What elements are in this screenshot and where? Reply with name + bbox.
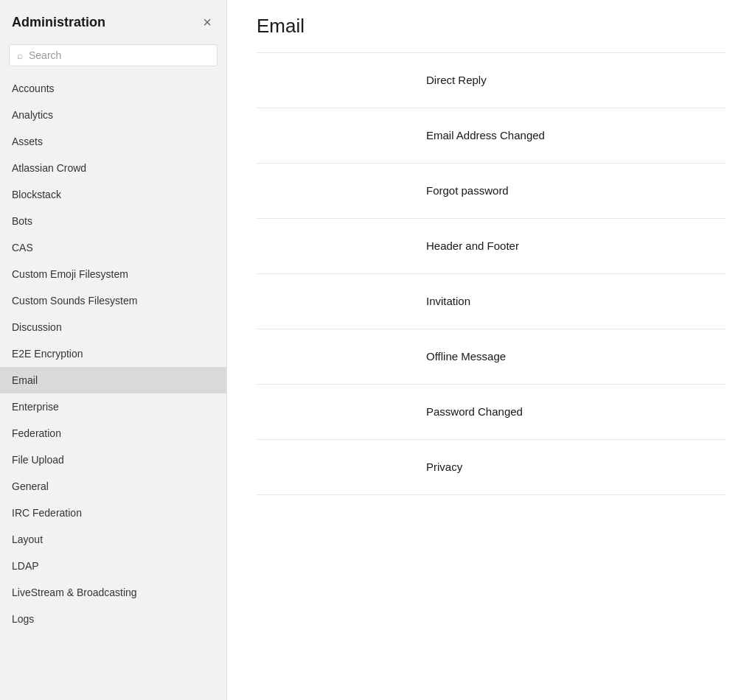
section-label-email-address-changed: Email Address Changed [426,129,545,141]
sidebar-item-bots[interactable]: Bots [0,208,226,234]
sidebar-item-email[interactable]: Email [0,367,226,393]
sidebar-item-irc-federation[interactable]: IRC Federation [0,500,226,526]
search-icon: ⌕ [17,49,23,61]
sidebar-title: Administration [12,15,105,30]
sidebar-item-enterprise[interactable]: Enterprise [0,393,226,420]
search-box: ⌕ [9,44,218,66]
sidebar-item-analytics[interactable]: Analytics [0,102,226,128]
sidebar-item-federation[interactable]: Federation [0,420,226,447]
close-button[interactable]: × [200,13,215,31]
section-item-invitation[interactable]: Invitation [257,273,726,329]
search-container: ⌕ [0,41,226,72]
sidebar-item-atlassian-crowd[interactable]: Atlassian Crowd [0,155,226,181]
section-label-invitation: Invitation [426,295,470,307]
section-label-privacy: Privacy [426,461,462,473]
section-label-forgot-password: Forgot password [426,184,509,197]
sidebar-item-livestream-broadcasting[interactable]: LiveStream & Broadcasting [0,579,226,606]
sidebar-item-logs[interactable]: Logs [0,606,226,632]
section-item-direct-reply[interactable]: Direct Reply [257,52,726,108]
page-title: Email [257,15,726,38]
sidebar: Administration × ⌕ AccountsAnalyticsAsse… [0,0,227,700]
sidebar-item-cas[interactable]: CAS [0,234,226,261]
sidebar-item-layout[interactable]: Layout [0,526,226,553]
search-input[interactable] [29,49,209,61]
section-label-offline-message: Offline Message [426,350,506,363]
sidebar-item-blockstack[interactable]: Blockstack [0,181,226,208]
sidebar-item-e2e-encryption[interactable]: E2E Encryption [0,340,226,367]
section-item-forgot-password[interactable]: Forgot password [257,163,726,218]
sidebar-item-file-upload[interactable]: File Upload [0,447,226,473]
section-label-header-and-footer: Header and Footer [426,239,519,252]
nav-list: AccountsAnalyticsAssetsAtlassian CrowdBl… [0,72,226,700]
sidebar-item-assets[interactable]: Assets [0,128,226,155]
section-item-offline-message[interactable]: Offline Message [257,329,726,384]
section-label-password-changed: Password Changed [426,405,523,418]
sidebar-item-custom-emoji-filesystem[interactable]: Custom Emoji Filesystem [0,261,226,287]
section-item-header-and-footer[interactable]: Header and Footer [257,218,726,273]
sidebar-item-custom-sounds-filesystem[interactable]: Custom Sounds Filesystem [0,287,226,314]
sidebar-header: Administration × [0,0,226,41]
main-content: Email Direct ReplyEmail Address ChangedF… [227,0,755,700]
sidebar-item-ldap[interactable]: LDAP [0,553,226,579]
section-label-direct-reply: Direct Reply [426,74,487,86]
section-item-password-changed[interactable]: Password Changed [257,384,726,439]
section-item-email-address-changed[interactable]: Email Address Changed [257,108,726,163]
sidebar-item-accounts[interactable]: Accounts [0,75,226,102]
section-list: Direct ReplyEmail Address ChangedForgot … [257,52,726,495]
section-item-privacy[interactable]: Privacy [257,439,726,495]
sidebar-item-general[interactable]: General [0,473,226,500]
sidebar-item-discussion[interactable]: Discussion [0,314,226,340]
